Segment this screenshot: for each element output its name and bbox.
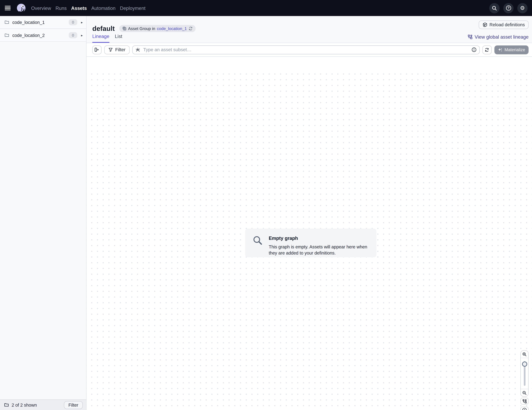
graph-filter-button[interactable]: Filter bbox=[104, 45, 130, 54]
graph-filter-label: Filter bbox=[115, 47, 125, 52]
sidebar-item-code-location-1[interactable]: code_location_1 0 ▸ bbox=[0, 16, 86, 29]
magnifier-icon bbox=[253, 235, 263, 246]
download-icon bbox=[522, 408, 527, 410]
asset-subset-input-wrap bbox=[132, 45, 479, 54]
tab-list[interactable]: List bbox=[115, 34, 122, 43]
chevron-right-icon[interactable]: ▸ bbox=[81, 20, 83, 24]
panel-expand-icon bbox=[94, 47, 99, 52]
sidebar-item-code-location-2[interactable]: code_location_2 0 ▸ bbox=[0, 29, 86, 42]
asset-count-badge: 0 bbox=[69, 19, 77, 25]
hamburger-menu-button[interactable] bbox=[5, 4, 12, 12]
chevron-right-icon[interactable]: ▸ bbox=[81, 33, 83, 37]
info-icon[interactable] bbox=[471, 47, 476, 52]
shown-summary: 2 of 2 shown bbox=[4, 402, 61, 407]
zoom-slider-thumb[interactable] bbox=[522, 362, 527, 367]
tab-lineage[interactable]: Lineage bbox=[92, 34, 109, 43]
nav-item-deployment[interactable]: Deployment bbox=[120, 5, 145, 11]
folder-icon bbox=[4, 402, 9, 407]
zoom-out-icon bbox=[522, 390, 527, 395]
lineage-graph-canvas[interactable]: Empty graph This graph is empty. Assets … bbox=[86, 73, 532, 410]
zoom-in-icon bbox=[522, 352, 527, 357]
zoom-in-button[interactable] bbox=[521, 351, 528, 358]
asset-group-icon bbox=[122, 26, 126, 31]
zoom-out-button[interactable] bbox=[521, 389, 528, 396]
code-location-name: code_location_1 bbox=[12, 20, 66, 25]
asset-subset-input[interactable] bbox=[142, 47, 469, 53]
asset-group-tag-text: Asset Group in bbox=[128, 26, 155, 31]
help-button[interactable]: ? bbox=[503, 3, 513, 13]
search-icon bbox=[492, 5, 497, 11]
top-nav: Overview Runs Assets Automation Deployme… bbox=[0, 0, 532, 16]
page-header: default Asset Group in bbox=[86, 16, 532, 43]
page-title: default bbox=[92, 25, 115, 32]
code-location-name: code_location_2 bbox=[12, 33, 66, 38]
lineage-graph-icon bbox=[468, 34, 473, 39]
reload-definitions-icon bbox=[482, 22, 487, 27]
refresh-icon bbox=[484, 47, 489, 52]
view-global-asset-lineage-label: View global asset lineage bbox=[475, 34, 529, 40]
nav-item-assets[interactable]: Assets bbox=[71, 5, 87, 11]
nav-item-automation[interactable]: Automation bbox=[91, 5, 115, 11]
reload-definitions-label: Reload definitions bbox=[489, 22, 525, 27]
code-location-link[interactable]: code_location_1 bbox=[157, 26, 187, 31]
dagster-logo-icon bbox=[16, 3, 26, 13]
sidebar-footer: 2 of 2 shown Filter bbox=[0, 400, 86, 410]
asset-subset-icon bbox=[135, 47, 140, 52]
help-icon: ? bbox=[505, 5, 511, 11]
primary-nav: Overview Runs Assets Automation Deployme… bbox=[31, 5, 145, 11]
dagster-app: Overview Runs Assets Automation Deployme… bbox=[0, 0, 532, 410]
sparkles-icon bbox=[498, 47, 503, 52]
settings-button[interactable]: ⚙ bbox=[517, 3, 528, 13]
zoom-slider[interactable] bbox=[521, 358, 528, 389]
sidebar-filter-button[interactable]: Filter bbox=[64, 401, 83, 409]
tabs: Lineage List View global asset lineage bbox=[92, 34, 529, 43]
view-global-asset-lineage-link[interactable]: View global asset lineage bbox=[468, 34, 529, 43]
folder-icon bbox=[4, 33, 9, 37]
top-nav-actions: ? ⚙ bbox=[489, 3, 527, 13]
reload-definitions-button[interactable]: Reload definitions bbox=[479, 20, 529, 29]
empty-graph-card: Empty graph This graph is empty. Assets … bbox=[245, 229, 376, 257]
svg-text:?: ? bbox=[507, 6, 509, 10]
folder-icon bbox=[4, 20, 9, 25]
asset-count-badge: 0 bbox=[69, 32, 77, 38]
shown-summary-label: 2 of 2 shown bbox=[12, 402, 37, 407]
materialize-label: Materialize bbox=[504, 47, 525, 52]
fit-graph-button[interactable] bbox=[520, 398, 529, 405]
lineage-graph-icon bbox=[522, 399, 527, 403]
gear-icon: ⚙ bbox=[520, 5, 525, 11]
empty-graph-message: This graph is empty. Assets will appear … bbox=[269, 244, 370, 257]
lineage-toolbar: Filter bbox=[86, 43, 532, 57]
funnel-icon bbox=[108, 47, 113, 52]
asset-group-tag: Asset Group in code_location_1 bbox=[119, 25, 196, 32]
zoom-controls bbox=[520, 350, 529, 397]
empty-graph-title: Empty graph bbox=[269, 235, 370, 241]
toggle-sidebar-panel-button[interactable] bbox=[92, 45, 102, 54]
download-image-button[interactable] bbox=[520, 407, 529, 410]
search-button[interactable] bbox=[489, 3, 500, 13]
asset-groups-sidebar: code_location_1 0 ▸ code_location_2 0 ▸ bbox=[0, 16, 86, 410]
nav-item-runs[interactable]: Runs bbox=[56, 5, 67, 11]
main-content: default Asset Group in bbox=[86, 16, 532, 410]
refresh-graph-button[interactable] bbox=[482, 45, 492, 54]
nav-item-overview[interactable]: Overview bbox=[31, 5, 51, 11]
materialize-button[interactable]: Materialize bbox=[494, 45, 529, 54]
sync-icon[interactable] bbox=[189, 26, 193, 31]
